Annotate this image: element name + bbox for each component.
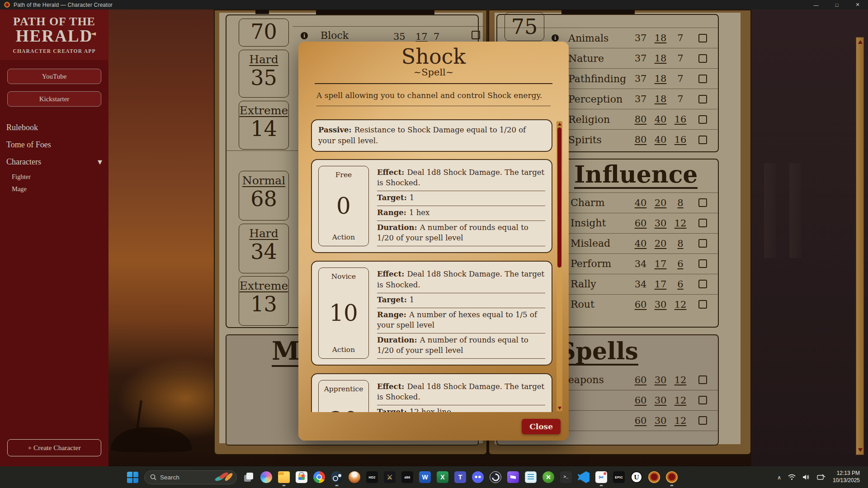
scrollbar-thumb[interactable] xyxy=(557,127,561,267)
create-character-button[interactable]: + Create Character xyxy=(7,439,101,456)
skill-value[interactable]: 17 xyxy=(651,258,670,269)
skill-value[interactable]: 6 xyxy=(670,258,690,269)
clipchamp-icon[interactable] xyxy=(507,471,519,483)
skill-value[interactable]: 12 xyxy=(670,375,690,385)
kickstarter-button[interactable]: Kickstarter xyxy=(7,91,101,107)
skill-checkbox[interactable] xyxy=(698,300,707,309)
skill-value[interactable]: 20 xyxy=(651,238,670,249)
tray-chevron-icon[interactable]: ∧ xyxy=(777,474,781,481)
scroll-up-icon[interactable] xyxy=(558,122,561,126)
herald-app-icon-2[interactable] xyxy=(666,471,678,483)
skill-value[interactable]: 18 xyxy=(651,73,670,84)
sidebar-item-characters[interactable]: Characters▼ xyxy=(6,157,102,167)
skill-value[interactable]: 18 xyxy=(651,33,670,43)
skill-value[interactable]: 18 xyxy=(651,94,670,104)
herald-app-icon[interactable] xyxy=(648,471,660,483)
obs-icon[interactable] xyxy=(490,471,501,483)
ms-store-icon[interactable] xyxy=(296,471,307,483)
skill-checkbox[interactable] xyxy=(698,198,707,207)
close-button[interactable]: Close xyxy=(522,419,561,434)
skill-value[interactable]: 7 xyxy=(670,53,690,64)
volume-icon[interactable] xyxy=(802,474,810,480)
skill-checkbox[interactable] xyxy=(698,95,707,103)
skill-checkbox[interactable] xyxy=(698,259,707,268)
info-icon[interactable]: i xyxy=(301,32,308,39)
skill-value[interactable]: 40 xyxy=(651,114,670,125)
skill-checkbox[interactable] xyxy=(698,416,707,425)
taskbar-clock[interactable]: 12:13 PM 10/13/2025 xyxy=(833,470,863,484)
skill-value[interactable]: 17 xyxy=(415,31,428,42)
skill-value[interactable]: 6 xyxy=(670,279,690,290)
epic-games-icon[interactable]: EPIC xyxy=(613,471,625,483)
skill-value[interactable]: 16 xyxy=(670,134,690,145)
skill-value[interactable]: 12 xyxy=(670,299,690,310)
skill-value[interactable]: 37 xyxy=(631,94,651,104)
skill-value[interactable]: 30 xyxy=(651,299,670,310)
skill-value[interactable]: 37 xyxy=(631,53,651,64)
window-scrollbar[interactable] xyxy=(856,37,864,455)
wifi-icon[interactable] xyxy=(788,474,796,480)
difficulty-box[interactable]: Hard34 xyxy=(239,224,289,273)
skill-checkbox[interactable] xyxy=(698,239,707,248)
skill-value[interactable]: 12 xyxy=(670,218,690,229)
skill-value[interactable]: 80 xyxy=(631,114,651,125)
terminal-icon[interactable]: >_ xyxy=(560,471,572,483)
difficulty-box[interactable]: Normal68 xyxy=(239,171,289,221)
skill-value[interactable]: 37 xyxy=(631,33,651,43)
task-view-icon[interactable] xyxy=(243,471,255,483)
dice-game-icon[interactable]: d66 xyxy=(401,471,413,483)
start-button[interactable] xyxy=(127,472,138,483)
skill-value[interactable]: 8 xyxy=(670,238,690,249)
minimize-icon[interactable]: — xyxy=(806,0,826,9)
skill-value[interactable]: 34 xyxy=(631,279,651,290)
skill-value[interactable]: 12 xyxy=(670,395,690,406)
scroll-down-icon[interactable] xyxy=(558,407,561,410)
skill-checkbox[interactable] xyxy=(698,396,707,404)
difficulty-box[interactable]: 70 xyxy=(239,19,289,47)
skill-value[interactable]: 18 xyxy=(651,53,670,64)
skill-value[interactable]: 60 xyxy=(631,299,651,310)
chrome-icon[interactable] xyxy=(313,471,325,483)
sidebar-character-fighter[interactable]: Fighter xyxy=(12,173,31,181)
scroll-up-icon[interactable] xyxy=(858,40,863,44)
skill-value[interactable]: 30 xyxy=(651,415,670,426)
modal-scrollbar[interactable] xyxy=(557,121,562,411)
skill-checkbox[interactable] xyxy=(698,34,707,42)
notepad-icon[interactable] xyxy=(525,471,537,483)
file-explorer-icon[interactable] xyxy=(278,471,290,483)
skill-value[interactable]: 30 xyxy=(651,218,670,229)
tornado-app-icon[interactable] xyxy=(349,471,360,483)
skill-value[interactable]: 60 xyxy=(631,415,651,426)
xbox-icon[interactable]: ✕ xyxy=(542,471,554,483)
excel-icon[interactable]: X xyxy=(437,471,448,483)
skill-value[interactable]: 7 xyxy=(670,33,690,43)
skill-value[interactable]: 7 xyxy=(670,73,690,84)
skill-checkbox[interactable] xyxy=(698,280,707,288)
search-input[interactable]: Search xyxy=(144,470,237,484)
close-icon[interactable]: ✕ xyxy=(847,0,868,9)
skill-value[interactable]: 40 xyxy=(651,134,670,145)
sidebar-character-mage[interactable]: Mage xyxy=(12,185,27,193)
difficulty-box[interactable]: Extreme13 xyxy=(239,276,289,326)
skill-checkbox[interactable] xyxy=(698,219,707,227)
skill-value[interactable]: 20 xyxy=(651,197,670,208)
skill-value[interactable]: 60 xyxy=(631,218,651,229)
skill-value[interactable]: 8 xyxy=(670,197,690,208)
steam-icon[interactable] xyxy=(331,471,343,483)
skill-value[interactable]: 34 xyxy=(631,258,651,269)
skill-value[interactable]: 80 xyxy=(631,134,651,145)
difficulty-box[interactable]: Extreme14 xyxy=(239,101,289,150)
helldivers2-icon[interactable]: HD2 xyxy=(366,471,378,483)
skill-value[interactable]: 7 xyxy=(670,94,690,104)
skill-value[interactable]: 7 xyxy=(434,31,439,42)
skill-value[interactable]: 60 xyxy=(631,375,651,385)
snipping-tool-icon[interactable]: ✂ xyxy=(595,471,607,483)
unreal-engine-icon[interactable]: U xyxy=(631,471,642,483)
skill-checkbox[interactable] xyxy=(698,75,707,83)
skill-value[interactable]: 35 xyxy=(393,31,406,42)
battery-pen-icon[interactable] xyxy=(817,474,826,480)
skill-value[interactable]: 12 xyxy=(670,415,690,426)
skill-checkbox[interactable] xyxy=(698,54,707,63)
vscode-icon[interactable] xyxy=(578,471,590,483)
difficulty-box[interactable]: Hard35 xyxy=(239,50,289,98)
